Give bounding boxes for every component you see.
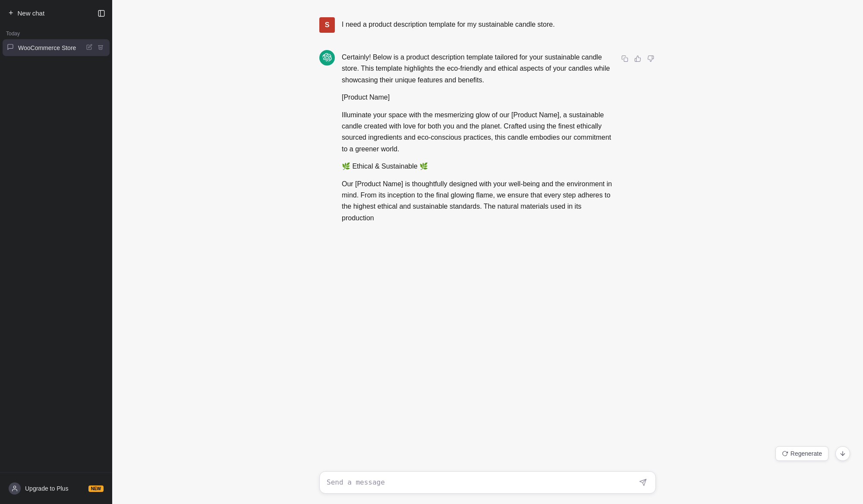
sidebar-toggle-button[interactable] (94, 6, 109, 21)
message-input[interactable] (327, 477, 637, 488)
layout-icon (98, 9, 105, 17)
send-icon (639, 479, 647, 486)
sidebar-bottom: Upgrade to Plus NEW (0, 473, 112, 504)
chat-icon (7, 44, 14, 52)
openai-icon (322, 53, 332, 63)
edit-chat-button[interactable] (85, 43, 94, 52)
send-button[interactable] (637, 477, 649, 488)
user-avatar: S (319, 17, 335, 33)
chat-list: WooCommerce Store (0, 39, 112, 473)
section-today-label: Today (0, 26, 112, 39)
upgrade-label: Upgrade to Plus (25, 485, 68, 492)
input-area (112, 464, 863, 504)
sidebar: + New chat Today WooCommerce Store (0, 0, 112, 504)
assistant-avatar (319, 50, 335, 66)
regenerate-label: Regenerate (791, 450, 822, 457)
chat-item-woocommerce[interactable]: WooCommerce Store (3, 39, 110, 56)
delete-chat-button[interactable] (96, 43, 105, 52)
chat-item-actions (85, 43, 105, 52)
new-chat-button[interactable]: + New chat (3, 4, 91, 22)
new-badge: NEW (88, 485, 104, 492)
sidebar-header: + New chat (0, 0, 112, 26)
chat-item-title: WooCommerce Store (18, 44, 80, 51)
refresh-icon (782, 451, 788, 457)
main-chat-area: S I need a product description template … (112, 0, 863, 504)
chat-messages: S I need a product description template … (112, 0, 863, 504)
upgrade-button[interactable]: Upgrade to Plus NEW (3, 478, 109, 499)
user-message: S I need a product description template … (302, 9, 673, 41)
user-avatar (9, 482, 21, 495)
thumbup-icon (634, 55, 641, 62)
scroll-bottom-button[interactable] (835, 446, 850, 461)
regenerate-button[interactable]: Regenerate (775, 446, 828, 461)
assistant-message: Certainly! Below is a product descriptio… (302, 41, 673, 232)
assistant-message-content: Certainly! Below is a product descriptio… (342, 50, 613, 224)
arrow-down-icon (839, 450, 846, 457)
svg-point-2 (13, 486, 16, 488)
copy-button[interactable] (620, 53, 630, 65)
svg-rect-0 (98, 10, 104, 16)
assistant-message-actions (620, 50, 656, 224)
svg-rect-3 (624, 58, 628, 62)
plus-icon: + (9, 9, 13, 18)
thumbdown-button[interactable] (646, 53, 656, 65)
new-chat-label: New chat (18, 9, 45, 17)
input-wrapper (319, 471, 656, 494)
copy-icon (621, 55, 628, 62)
thumbup-button[interactable] (633, 53, 643, 65)
thumbdown-icon (647, 55, 654, 62)
user-message-content: I need a product description template fo… (342, 17, 656, 33)
